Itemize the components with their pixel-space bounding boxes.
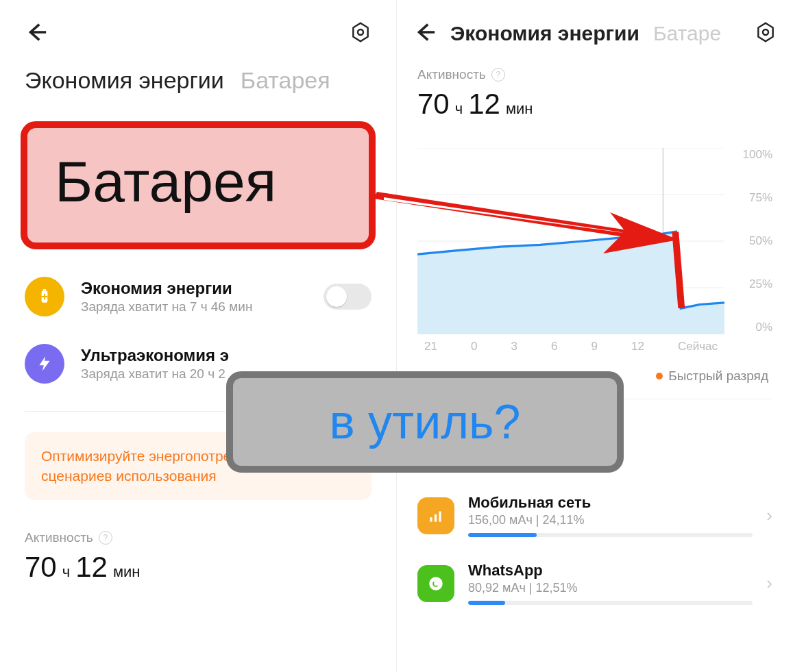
- titlebar: Экономия энергии Батаре: [397, 0, 793, 53]
- chevron-right-icon: ›: [766, 505, 772, 526]
- app2-name: WhatsApp: [468, 562, 753, 580]
- activity-hours: 70: [25, 551, 57, 584]
- svg-rect-10: [430, 517, 432, 522]
- activity-mins-r: 12: [468, 88, 500, 121]
- app-row-mobile[interactable]: Мобильная сеть 156,00 мАч | 24,11% ›: [397, 482, 793, 549]
- legend-dot-icon: [656, 373, 663, 379]
- svg-rect-11: [435, 514, 437, 521]
- tab-battery[interactable]: Батарея: [241, 67, 330, 94]
- svg-point-3: [763, 29, 768, 35]
- app2-sub: 80,92 мАч | 12,51%: [468, 581, 753, 595]
- activity-mins-unit: мин: [113, 563, 141, 581]
- app1-name: Мобильная сеть: [468, 494, 753, 512]
- chart-svg: [417, 148, 724, 334]
- settings-icon[interactable]: [350, 21, 371, 46]
- back-icon[interactable]: [413, 21, 437, 47]
- activity-hours-r: 70: [417, 88, 450, 121]
- activity-hours-unit-r: ч: [455, 100, 463, 118]
- whatsapp-icon: [417, 565, 454, 602]
- chart-x-axis: 21 0 3 6 9 12 Сейчас: [417, 340, 724, 353]
- battery-plus-icon: [25, 277, 64, 316]
- callout-battery: Батарея: [21, 121, 376, 249]
- mode1-title: Экономия энергии: [81, 279, 252, 298]
- topbar: [0, 0, 396, 60]
- svg-rect-12: [439, 511, 441, 521]
- activity-label: Активность: [25, 530, 93, 545]
- settings-icon[interactable]: [755, 21, 777, 46]
- mode2-sub: Заряда хватит на 20 ч 2: [81, 366, 229, 382]
- tabs: Экономия энергии Батарея: [0, 60, 396, 108]
- legend-label: Быстрый разряд: [668, 369, 768, 384]
- activity-mins-unit-r: мин: [506, 100, 533, 118]
- back-icon[interactable]: [25, 21, 48, 47]
- battery-chart[interactable]: 100% 75% 50% 25% 0% 21 0 3 6 9 12 Сейчас: [417, 148, 772, 353]
- activity-section: Активность ? 70 ч 12 мин: [0, 514, 396, 584]
- svg-rect-2: [43, 289, 46, 290]
- activity-section-r: Активность ? 70 ч 12 мин: [397, 53, 793, 121]
- mode-energy-saving[interactable]: Экономия энергии Заряда хватит на 7 ч 46…: [0, 263, 396, 330]
- right-panel: Экономия энергии Батаре Активность ? 70 …: [397, 0, 793, 672]
- callout-util: в утиль?: [226, 371, 624, 473]
- left-panel: Экономия энергии Батарея Батарея Экономи…: [0, 0, 397, 672]
- activity-label-r: Активность: [417, 67, 486, 82]
- page-title: Экономия энергии: [450, 22, 639, 45]
- mode1-sub: Заряда хватит на 7 ч 46 мин: [81, 299, 252, 314]
- mode2-title: Ультраэкономия э: [81, 346, 229, 365]
- bolt-icon: [25, 344, 64, 384]
- help-icon[interactable]: ?: [491, 68, 505, 82]
- callout-battery-text: Батарея: [55, 149, 341, 215]
- activity-hours-unit: ч: [62, 563, 70, 581]
- app1-sub: 156,00 мАч | 24,11%: [468, 513, 753, 527]
- signal-icon: [417, 497, 454, 534]
- app-row-whatsapp[interactable]: WhatsApp 80,92 мАч | 12,51% ›: [397, 549, 793, 617]
- svg-point-0: [358, 29, 363, 35]
- help-icon[interactable]: ?: [99, 531, 112, 545]
- activity-mins: 12: [75, 551, 108, 584]
- tab-energy-saving[interactable]: Экономия энергии: [25, 67, 224, 94]
- callout-util-text: в утиль?: [254, 395, 596, 449]
- mode1-toggle[interactable]: [324, 284, 371, 310]
- page-subtitle: Батаре: [653, 22, 721, 45]
- chart-y-axis: 100% 75% 50% 25% 0%: [731, 148, 772, 334]
- chevron-right-icon: ›: [766, 573, 772, 594]
- svg-point-13: [429, 577, 443, 590]
